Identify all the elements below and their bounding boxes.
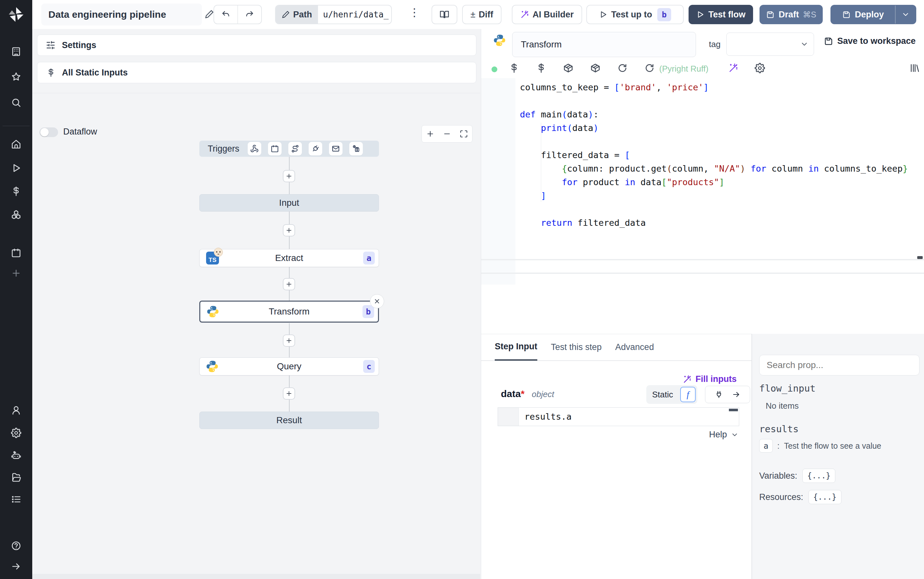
expression-gutter (498, 408, 519, 426)
triggers-node[interactable]: Triggers (199, 141, 379, 157)
add-plus-icon[interactable] (11, 268, 21, 278)
edit-title-pencil-icon[interactable] (204, 9, 214, 19)
settings-gear-icon[interactable] (11, 428, 21, 438)
save-icon (766, 10, 775, 19)
save-to-workspace-button[interactable]: Save to workspace (824, 36, 916, 46)
extract-step-node[interactable]: TS Extract a (199, 249, 379, 267)
static-mode-toggle[interactable]: Static f (646, 385, 697, 404)
code-lines[interactable]: columns_to_keep = ['brand', 'price'] def… (520, 81, 908, 230)
expression-value[interactable]: results.a (524, 412, 571, 422)
test-up-to-button[interactable]: Test up to b (586, 5, 684, 24)
editor-settings-gear-icon[interactable] (755, 63, 765, 73)
code-editor[interactable]: columns_to_keep = ['brand', 'price'] def… (481, 78, 924, 334)
flow-result-node[interactable]: Result (199, 412, 379, 429)
audit-list-icon[interactable] (11, 494, 21, 504)
dataflow-toggle[interactable] (39, 128, 58, 137)
delete-step-close-icon[interactable] (370, 294, 384, 308)
package-icon[interactable] (563, 63, 573, 73)
step-detail-panel: Step Input Test this step Advanced Fill … (481, 334, 751, 579)
webhook-trigger-icon[interactable] (248, 142, 261, 155)
path-chip[interactable]: Path u/henri/data_ (275, 5, 392, 24)
argument-type: object (532, 389, 554, 399)
step-id-badge: c (363, 360, 375, 373)
schedules-calendar-icon[interactable] (11, 248, 21, 258)
folders-icon[interactable] (11, 472, 21, 483)
more-menu-kebab-icon[interactable]: ⋮ (409, 6, 420, 19)
wand-sparkles-icon (520, 10, 529, 19)
tag-select-dropdown[interactable] (726, 33, 814, 56)
reload-icon[interactable] (617, 63, 628, 73)
results-tree-item[interactable]: results (759, 424, 798, 435)
redo-button[interactable] (238, 5, 261, 23)
step-label: Query (200, 361, 379, 371)
zoom-in-icon[interactable] (426, 130, 434, 138)
library-icon[interactable] (909, 63, 920, 73)
argument-row: data* object (501, 388, 554, 399)
workspace-icon[interactable] (11, 46, 21, 57)
user-icon[interactable] (11, 405, 21, 415)
all-static-inputs-card[interactable]: All Static Inputs (37, 62, 476, 83)
deploy-button[interactable]: Deploy (831, 5, 916, 24)
connect-input-group[interactable] (705, 386, 750, 403)
variables-expand-chip[interactable]: {...} (802, 469, 835, 483)
tab-step-input[interactable]: Step Input (495, 334, 537, 361)
editor-scrollbar-thumb[interactable] (917, 256, 923, 259)
ai-wand-icon[interactable] (728, 63, 739, 73)
variables-dollar-icon[interactable] (11, 186, 21, 196)
fit-view-icon[interactable] (460, 130, 468, 138)
insert-step-button[interactable] (283, 388, 295, 400)
workers-robot-icon[interactable] (11, 450, 21, 461)
home-icon[interactable] (11, 139, 21, 149)
input-expression-editor[interactable]: results.a (498, 407, 739, 426)
expand-sidebar-arrow-icon[interactable] (11, 561, 21, 572)
favorites-star-icon[interactable] (11, 72, 21, 82)
transform-step-node-selected[interactable]: Transform b (199, 301, 379, 322)
runs-play-icon[interactable] (11, 163, 21, 173)
tab-advanced[interactable]: Advanced (615, 334, 654, 361)
result-a-row[interactable]: a : Test the flow to see a value (759, 439, 882, 453)
watch-trigger-icon[interactable] (349, 142, 363, 155)
fill-inputs-button[interactable]: Fill inputs (683, 374, 737, 384)
draft-button[interactable]: Draft ⌘S (759, 5, 823, 24)
package-icon[interactable] (590, 63, 601, 73)
insert-step-button[interactable] (283, 170, 295, 182)
canvas-bottom-scroll-track[interactable] (32, 574, 480, 579)
javascript-expression-mode-button[interactable]: f (680, 387, 695, 402)
windmill-logo-icon[interactable] (8, 6, 24, 23)
step-label: Extract (200, 253, 379, 263)
insert-step-button[interactable] (283, 278, 295, 290)
reload-icon[interactable] (644, 63, 655, 73)
dollar-icon (46, 68, 56, 77)
tab-test-this-step[interactable]: Test this step (551, 334, 602, 361)
search-icon[interactable] (11, 97, 21, 108)
websocket-trigger-icon[interactable] (309, 142, 322, 155)
ai-builder-button[interactable]: AI Builder (512, 5, 582, 24)
insert-step-button[interactable] (283, 224, 295, 236)
diff-button[interactable]: ± Diff (462, 5, 501, 24)
resource-picker-dollar-icon[interactable] (536, 63, 546, 73)
result-key-chip[interactable]: a (759, 439, 773, 453)
route-trigger-icon[interactable] (288, 142, 302, 155)
schedule-trigger-icon[interactable] (268, 142, 282, 155)
path-value[interactable]: u/henri/data_ (318, 10, 392, 20)
help-dropdown[interactable]: Help (709, 430, 739, 440)
deploy-dropdown-button[interactable] (896, 10, 916, 19)
tag-label: tag (709, 39, 720, 49)
search-prop-input[interactable] (759, 355, 919, 375)
variable-picker-dollar-icon[interactable] (509, 63, 519, 73)
flow-settings-card[interactable]: Settings (37, 34, 476, 56)
query-step-node[interactable]: Query c (199, 357, 379, 375)
undo-button[interactable] (214, 5, 238, 23)
test-flow-button[interactable]: Test flow (689, 5, 753, 24)
step-name-input[interactable] (512, 32, 696, 57)
email-trigger-icon[interactable] (329, 142, 343, 155)
resources-expand-chip[interactable]: {...} (808, 490, 841, 504)
docs-book-button[interactable] (431, 5, 457, 24)
help-icon[interactable] (11, 541, 21, 551)
flow-input-node[interactable]: Input (199, 194, 379, 212)
resources-cubes-icon[interactable] (11, 209, 21, 220)
insert-step-button[interactable] (283, 335, 295, 347)
zoom-out-icon[interactable] (443, 130, 451, 138)
editor-section-divider (481, 259, 924, 260)
flow-input-tree-item[interactable]: flow_input (759, 383, 816, 394)
